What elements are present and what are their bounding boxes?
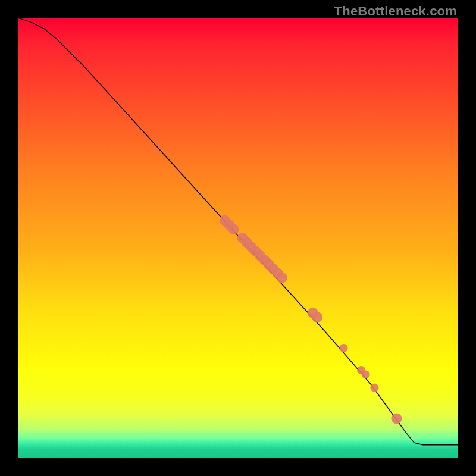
data-point xyxy=(277,273,287,283)
data-point xyxy=(391,413,402,424)
data-point xyxy=(370,384,378,392)
chart-svg xyxy=(18,18,458,458)
plot-area xyxy=(18,18,458,458)
data-point xyxy=(362,370,370,378)
scatter-points xyxy=(220,215,402,424)
watermark-text: TheBottleneck.com xyxy=(334,4,457,19)
data-point xyxy=(312,312,322,322)
chart-frame: TheBottleneck.com xyxy=(0,0,476,476)
data-point xyxy=(228,224,239,234)
data-point xyxy=(340,344,348,352)
